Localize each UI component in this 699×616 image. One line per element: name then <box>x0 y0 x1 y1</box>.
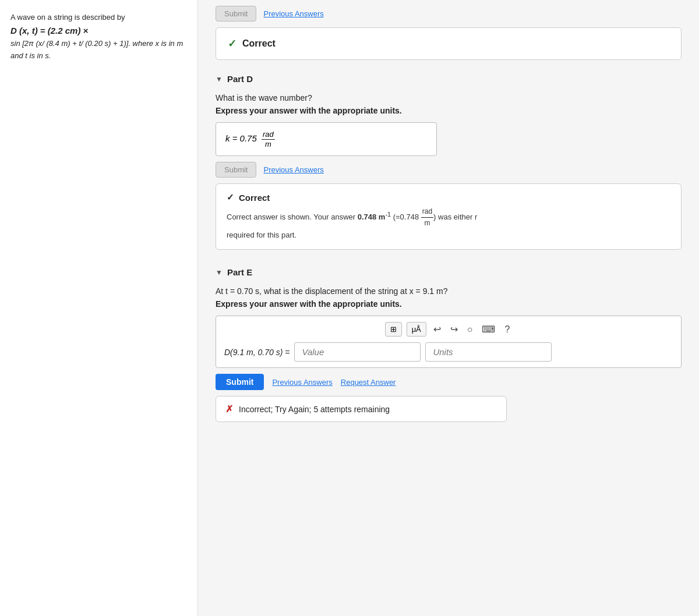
grid-icon: ⊞ <box>390 325 397 334</box>
part-d-correct-label: Correct <box>239 193 270 203</box>
part-d-correct-banner: ✓ Correct Correct answer is shown. Your … <box>216 183 682 250</box>
part-e-incorrect-banner: ✗ Incorrect; Try Again; 5 attempts remai… <box>216 396 507 422</box>
part-e-submit-row: Submit Previous Answers Request Answer <box>216 374 682 390</box>
part-d-correct-title: ✓ Correct <box>227 192 670 203</box>
part-e-request-answer-link[interactable]: Request Answer <box>341 378 396 387</box>
part-d-arrow: ▼ <box>216 75 223 83</box>
correct-top-check-icon: ✓ <box>228 37 236 50</box>
part-e-prev-answers-link[interactable]: Previous Answers <box>272 378 332 387</box>
part-d-correct-body-2: required for this part. <box>227 231 296 239</box>
part-d-section: ▼ Part D What is the wave number? Expres… <box>216 74 682 250</box>
part-d-answer-prefix: k = 0.75 rad m <box>225 133 275 143</box>
part-e-section: ▼ Part E At t = 0.70 s, what is the disp… <box>216 267 682 422</box>
part-e-input-row: D(9.1 m, 0.70 s) = <box>224 342 673 362</box>
sidebar-equation-sin: sin [2π (x/ (8.4 m) + t/ (0.20 s) + 1)].… <box>10 38 187 62</box>
part-d-fraction-den: m <box>264 140 273 149</box>
part-d-submit-button[interactable]: Submit <box>216 162 256 178</box>
sidebar-equation-main: D (x, t) = (2.2 cm) × <box>10 24 187 38</box>
correct-top-label: Correct <box>242 38 276 49</box>
part-d-submit-row: Submit Previous Answers <box>216 162 682 178</box>
redo-icon: ↪ <box>450 324 458 334</box>
redo-button[interactable]: ↪ <box>448 323 460 336</box>
part-d-label: Part D <box>227 74 253 84</box>
part-e-instruction: Express your answer with the appropriate… <box>216 299 682 309</box>
part-e-input-label: D(9.1 m, 0.70 s) = <box>224 348 290 357</box>
top-submit-row: Submit Previous Answers <box>216 6 682 22</box>
part-e-value-input[interactable] <box>294 342 421 362</box>
undo-button[interactable]: ↩ <box>431 323 443 336</box>
part-d-correct-check-icon: ✓ <box>227 192 234 203</box>
mu-button[interactable]: μÅ <box>407 322 426 337</box>
part-e-submit-button[interactable]: Submit <box>216 374 264 390</box>
part-d-correct-body-1: Correct answer is shown. Your answer 0.7… <box>227 213 477 221</box>
part-d-answer-box: k = 0.75 rad m <box>216 122 437 156</box>
part-d-fraction-num: rad <box>262 130 275 140</box>
help-icon: ? <box>504 324 510 334</box>
mu-label: μÅ <box>412 325 421 334</box>
refresh-icon: ○ <box>467 324 473 334</box>
part-d-prev-answers-link[interactable]: Previous Answers <box>263 165 323 174</box>
grid-button[interactable]: ⊞ <box>385 322 402 337</box>
part-d-question: What is the wave number? <box>216 93 682 102</box>
part-d-fraction: rad m <box>262 130 275 148</box>
part-e-label: Part E <box>227 267 252 277</box>
help-button[interactable]: ? <box>502 323 512 336</box>
part-e-units-input[interactable] <box>425 342 552 362</box>
sidebar: A wave on a string is described by D (x,… <box>0 0 198 616</box>
part-e-arrow: ▼ <box>216 268 223 277</box>
correct-top-banner: ✓ Correct <box>216 27 682 60</box>
part-e-header[interactable]: ▼ Part E <box>216 267 682 277</box>
incorrect-icon: ✗ <box>225 403 233 415</box>
keyboard-button[interactable]: ⌨ <box>479 323 497 336</box>
part-e-toolbar: ⊞ μÅ ↩ ↪ ○ ⌨ ? <box>224 322 673 337</box>
main-content: Submit Previous Answers ✓ Correct ▼ Part… <box>198 0 699 616</box>
sidebar-intro-text: A wave on a string is described by <box>10 12 187 24</box>
part-e-input-area: ⊞ μÅ ↩ ↪ ○ ⌨ ? <box>216 316 682 368</box>
part-d-header[interactable]: ▼ Part D <box>216 74 682 84</box>
top-submit-button[interactable]: Submit <box>216 6 256 22</box>
sidebar-intro: A wave on a string is described by D (x,… <box>10 12 187 62</box>
undo-icon: ↩ <box>433 324 441 334</box>
part-d-instruction: Express your answer with the appropriate… <box>216 106 682 115</box>
refresh-button[interactable]: ○ <box>465 323 475 336</box>
keyboard-icon: ⌨ <box>482 324 495 334</box>
top-prev-answers-link[interactable]: Previous Answers <box>263 9 323 18</box>
part-d-correct-body: Correct answer is shown. Your answer 0.7… <box>227 206 670 241</box>
incorrect-text: Incorrect; Try Again; 5 attempts remaini… <box>239 405 390 414</box>
part-e-question: At t = 0.70 s, what is the displacement … <box>216 286 682 296</box>
